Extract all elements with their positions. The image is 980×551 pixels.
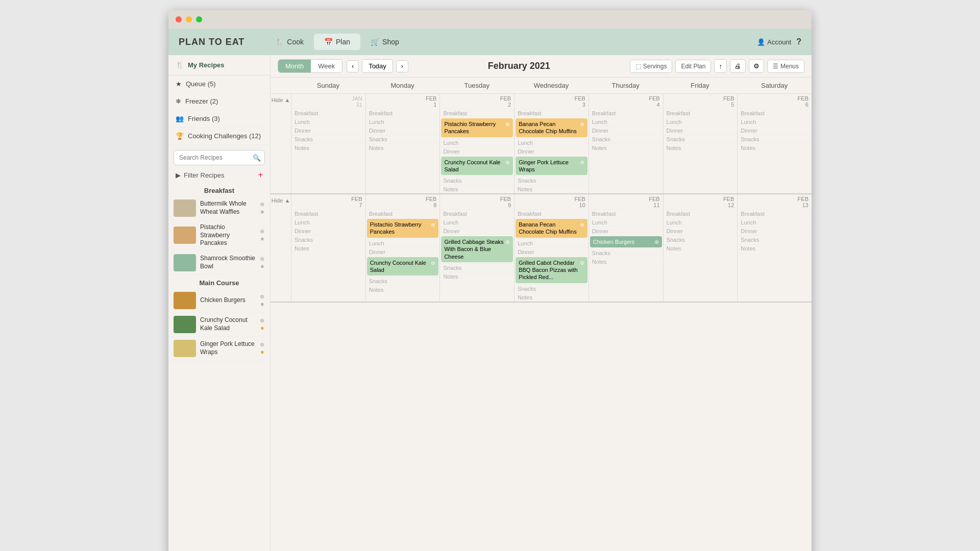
nav-right: 👤 Account ? [757, 37, 801, 46]
print-btn[interactable]: 🖨 [730, 59, 746, 73]
search-input[interactable] [174, 150, 265, 165]
card-icon-feb8d: ⊕ [431, 259, 435, 266]
week2-hide-btn[interactable]: Hide ▲ [272, 197, 290, 204]
plan-icon: 📅 [324, 38, 333, 46]
share-btn[interactable]: ↑ [714, 59, 727, 73]
date-feb11: FEB11 [589, 194, 663, 209]
feb2-lunch: Lunch [440, 138, 514, 147]
feb1-breakfast: Breakfast [366, 109, 440, 117]
prev-btn[interactable]: ‹ [347, 60, 359, 72]
add-to-plan-icon-waffles[interactable]: ⊕ [260, 201, 265, 208]
friday-header: Friday [663, 78, 738, 93]
week1-hide-btn[interactable]: Hide ▲ [272, 97, 290, 103]
week-tab[interactable]: Week [311, 60, 342, 72]
add-to-plan-icon-pancakes[interactable]: ⊕ [260, 228, 265, 235]
settings-btn[interactable]: ⚙ [749, 59, 764, 73]
recipe-card-banana-feb3[interactable]: Banana Pecan Chocolate Chip Muffins ⊕ [516, 118, 587, 137]
recipe-icons-pancakes: ⊕ ★ [260, 228, 265, 242]
feb10-dinner: Dinner Grilled Cabot Cheddar BBQ Bacon P… [514, 247, 589, 284]
sidebar-cooking-challenges[interactable]: 🏆 Cooking Challenges (12) [168, 128, 270, 145]
recipe-icons-chicken: ⊕ ★ [260, 293, 265, 308]
card-menu-icon: ⊕ [505, 120, 510, 128]
sidebar: 🍴 My Recipes ★ Queue (5) ❄ Freezer (2) 👥… [168, 55, 271, 551]
feb12-dinner: Dinner [664, 227, 738, 235]
feb10-lunch: Lunch [514, 239, 589, 247]
fork-icon: 🍴 [176, 61, 184, 69]
add-to-plan-icon-smoothie[interactable]: ⊕ [260, 256, 265, 262]
feb2-breakfast: Breakfast Pistachio Strawberry Pancakes … [440, 109, 514, 138]
sidebar-queue[interactable]: ★ Queue (5) [168, 76, 270, 93]
filter-add-icon[interactable]: + [258, 170, 263, 180]
day-feb3: FEB3 Breakfast Banana Pecan Chocolate Ch… [514, 94, 589, 193]
recipe-thumb-kale [174, 316, 196, 333]
star-kale[interactable]: ★ [260, 325, 265, 332]
help-btn[interactable]: ? [796, 37, 801, 46]
day-feb5: FEB5 Breakfast Lunch Dinner Snacks Notes [663, 94, 738, 193]
recipe-card-pistachio-feb8[interactable]: Pistachio Strawberry Pancakes ⊕ [367, 219, 439, 238]
recipe-card-ginger-feb3[interactable]: Ginger Pork Lettuce Wraps ⊕ [516, 157, 587, 176]
day-feb8: FEB8 Breakfast Pistachio Strawberry Panc… [365, 194, 440, 301]
star-pancakes[interactable]: ★ [260, 236, 265, 242]
star-icon: ★ [176, 80, 182, 88]
nav-bar: PLAN TO EAT 🍴 Cook 📅 Plan 🛒 Shop 👤 Accou… [168, 29, 812, 55]
cook-nav-btn[interactable]: 🍴 Cook [265, 34, 314, 50]
shop-nav-btn[interactable]: 🛒 Shop [360, 34, 409, 50]
star-waffles[interactable]: ★ [260, 209, 265, 215]
minimize-dot[interactable] [186, 16, 192, 22]
next-btn[interactable]: › [396, 60, 408, 72]
recipe-thumb-chicken [174, 292, 196, 309]
recipe-thumb-ginger [174, 340, 196, 357]
menus-btn[interactable]: ☰ Menus [767, 60, 804, 73]
add-to-plan-icon-chicken[interactable]: ⊕ [260, 293, 265, 300]
servings-btn[interactable]: ⬚ Servings [630, 60, 673, 73]
cook-icon: 🍴 [275, 38, 284, 46]
recipe-icons-smoothie: ⊕ ★ [260, 256, 265, 270]
recipe-card-pistachio-feb2[interactable]: Pistachio Strawberry Pancakes ⊕ [441, 118, 513, 137]
calendar-title: February 2021 [412, 61, 626, 71]
recipe-card-pizza-feb10[interactable]: Grilled Cabot Cheddar BBQ Bacon Pizzas w… [516, 257, 587, 283]
feb7-lunch: Lunch [291, 218, 365, 227]
feb9-breakfast: Breakfast [440, 209, 514, 218]
feb9-notes: Notes [440, 272, 514, 281]
servings-icon: ⬚ [635, 63, 641, 70]
week2-hide-col: Hide ▲ [271, 194, 291, 301]
day-feb10: FEB10 Breakfast Banana Pecan Chocolate C… [514, 194, 589, 301]
feb5-notes: Notes [664, 143, 738, 152]
filter-recipes-toggle[interactable]: ▶ Filter Recipes + [168, 167, 270, 183]
app-logo: PLAN TO EAT [179, 37, 244, 47]
date-feb1: FEB1 [366, 94, 440, 109]
today-btn[interactable]: Today [362, 59, 393, 73]
sunday-header: Sunday [291, 78, 365, 93]
feb5-breakfast: Breakfast [664, 109, 738, 117]
feb4-breakfast: Breakfast [589, 109, 663, 117]
recipe-card-kale-feb2[interactable]: Crunchy Coconut Kale Salad ⊕ [441, 157, 513, 176]
calendar-toolbar: Month Week ‹ Today › February 2021 ⬚ Ser… [271, 55, 812, 78]
recipe-card-cabbage-feb9[interactable]: Grilled Cabbage Steaks With Bacon & Blue… [441, 236, 513, 262]
star-ginger[interactable]: ★ [260, 349, 265, 356]
feb3-notes: Notes [514, 185, 589, 193]
date-feb5: FEB5 [664, 94, 738, 109]
help-icon: ? [796, 37, 801, 46]
maximize-dot[interactable] [196, 16, 202, 22]
card-menu-icon4: ⊕ [580, 159, 584, 166]
close-dot[interactable] [176, 16, 182, 22]
account-btn[interactable]: 👤 Account [757, 38, 791, 46]
sidebar-freezer[interactable]: ❄ Freezer (2) [168, 93, 270, 110]
feb8-lunch: Lunch [366, 239, 440, 247]
star-smoothie[interactable]: ★ [260, 263, 265, 270]
star-chicken[interactable]: ★ [260, 301, 265, 308]
date-feb3: FEB3 [514, 94, 589, 109]
edit-plan-btn[interactable]: Edit Plan [675, 60, 711, 73]
week-row-2: Hide ▲ FEB7 Breakfast Lunch Dinner Snack… [271, 194, 812, 302]
recipe-card-banana-feb10[interactable]: Banana Pecan Chocolate Chip Muffins ⊕ [516, 219, 587, 238]
recipe-card-chicken-feb11[interactable]: Chicken Burgers ⊕ [590, 236, 662, 247]
recipe-card-kale-feb8[interactable]: Crunchy Coconut Kale Salad ⊕ [367, 257, 439, 276]
feb2-snacks: Snacks [440, 176, 514, 185]
add-to-plan-icon-ginger[interactable]: ⊕ [260, 341, 265, 348]
saturday-header: Saturday [737, 78, 812, 93]
sidebar-friends[interactable]: 👥 Friends (3) [168, 110, 270, 128]
month-tab[interactable]: Month [278, 60, 311, 72]
add-to-plan-icon-kale[interactable]: ⊕ [260, 317, 265, 324]
plan-nav-btn[interactable]: 📅 Plan [314, 34, 360, 50]
date-feb13: FEB13 [738, 194, 812, 209]
